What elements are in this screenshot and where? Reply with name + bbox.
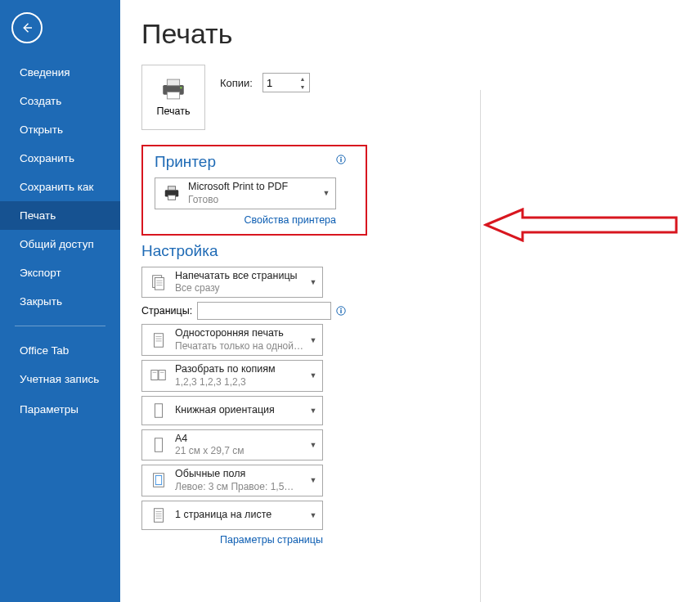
svg-point-5 [340, 157, 342, 159]
backstage-sidebar: Сведения Создать Открыть Сохранить Сохра… [0, 0, 120, 602]
back-button[interactable] [11, 12, 43, 43]
copies-spinbox[interactable]: ▲ ▼ [262, 73, 310, 92]
nav-item-open[interactable]: Открыть [0, 115, 120, 144]
nav-list: Сведения Создать Открыть Сохранить Сохра… [0, 58, 120, 424]
duplex-dropdown[interactable]: Односторонняя печать Печатать только на … [141, 324, 323, 356]
nav-item-save-as[interactable]: Сохранить как [0, 173, 120, 201]
printer-icon [159, 78, 187, 101]
paper-sub: 21 см x 29,7 см [175, 445, 307, 457]
main-panel: Печать Печать Копии: ▲ ▼ [120, 0, 700, 602]
print-scope-sub: Все сразу [175, 282, 307, 294]
collate-title: Разобрать по копиям [175, 363, 307, 376]
collate-dropdown[interactable]: Разобрать по копиям 1,2,3 1,2,3 1,2,3 ▼ [141, 360, 323, 392]
arrow-left-icon [20, 20, 34, 35]
svg-rect-30 [155, 509, 164, 523]
page-title: Печать [141, 18, 700, 50]
chevron-down-icon: ▼ [307, 407, 319, 415]
portrait-orientation-icon [146, 399, 172, 422]
nav-item-account[interactable]: Учетная запись [0, 365, 120, 395]
margins-title: Обычные поля [175, 468, 307, 481]
printer-info-icon[interactable] [336, 153, 346, 163]
nav-item-save[interactable]: Сохранить [0, 144, 120, 173]
settings-section: Настройка Напечатать все страницы Все ср… [141, 242, 346, 546]
svg-point-16 [340, 308, 342, 310]
copies-down[interactable]: ▼ [297, 83, 308, 91]
nav-item-export[interactable]: Экспорт [0, 258, 120, 287]
svg-rect-9 [168, 195, 175, 200]
print-button-label: Печать [157, 106, 191, 117]
printer-section-highlight: Принтер Microsoft Print to PDF Готово ▼ … [141, 145, 367, 236]
copies-up[interactable]: ▲ [297, 74, 308, 83]
margins-dropdown[interactable]: Обычные поля Левое: 3 см Правое: 1,5… ▼ [141, 465, 323, 496]
paper-size-dropdown[interactable]: A4 21 см x 29,7 см ▼ [141, 429, 323, 461]
nav-item-print[interactable]: Печать [0, 201, 120, 230]
chevron-down-icon: ▼ [307, 441, 319, 449]
vertical-separator [480, 90, 481, 602]
nav-separator [15, 326, 105, 326]
duplex-title: Односторонняя печать [175, 327, 307, 340]
paper-size-icon [146, 434, 172, 456]
nav-item-new[interactable]: Создать [0, 87, 120, 115]
nav-item-info[interactable]: Сведения [0, 58, 120, 87]
nav-item-options[interactable]: Параметры [0, 395, 120, 424]
paper-title: A4 [175, 433, 307, 446]
printer-section-title: Принтер [155, 153, 354, 171]
per-sheet-title: 1 страница на листе [175, 509, 307, 522]
settings-section-title: Настройка [141, 242, 346, 260]
svg-rect-22 [151, 371, 158, 380]
chevron-down-icon: ▼ [321, 189, 332, 197]
orientation-title: Книжная ориентация [175, 404, 307, 417]
printer-device-icon [159, 182, 185, 204]
page-setup-link[interactable]: Параметры страницы [141, 534, 323, 546]
svg-rect-2 [167, 92, 179, 99]
chevron-down-icon: ▼ [307, 336, 319, 344]
pages-label: Страницы: [141, 305, 192, 317]
printer-status: Готово [188, 194, 321, 206]
single-sided-icon [146, 329, 172, 352]
svg-rect-17 [340, 310, 341, 313]
chevron-down-icon: ▼ [307, 511, 319, 519]
pages-info-icon[interactable] [336, 306, 346, 316]
annotation-arrow-icon [483, 208, 680, 242]
printer-name: Microsoft Print to PDF [188, 181, 321, 194]
nav-item-share[interactable]: Общий доступ [0, 230, 120, 258]
svg-rect-23 [159, 371, 165, 380]
chevron-down-icon: ▼ [307, 278, 319, 286]
pages-per-sheet-dropdown[interactable]: 1 страница на листе ▼ [141, 501, 323, 530]
nav-item-office-tab[interactable]: Office Tab [0, 336, 120, 365]
printer-properties-link[interactable]: Свойства принтера [155, 214, 336, 226]
copies-label: Копии: [220, 77, 253, 89]
collate-sub: 1,2,3 1,2,3 1,2,3 [175, 376, 307, 389]
margins-sub: Левое: 3 см Правое: 1,5… [175, 481, 307, 493]
collate-icon [146, 364, 172, 387]
svg-point-3 [180, 87, 182, 88]
duplex-sub: Печатать только на одной… [175, 340, 307, 353]
pages-input[interactable] [197, 302, 331, 320]
orientation-dropdown[interactable]: Книжная ориентация ▼ [141, 396, 323, 425]
nav-item-close[interactable]: Закрыть [0, 287, 120, 316]
svg-rect-1 [167, 79, 179, 86]
print-button[interactable]: Печать [141, 65, 205, 130]
pages-stack-icon [146, 271, 172, 294]
svg-rect-26 [155, 403, 162, 417]
page-per-sheet-icon [146, 504, 172, 527]
margins-icon [146, 469, 172, 492]
svg-rect-11 [155, 277, 164, 290]
copies-input[interactable] [263, 77, 299, 89]
svg-rect-8 [168, 186, 175, 191]
print-scope-title: Напечатать все страницы [175, 270, 307, 283]
svg-rect-18 [155, 333, 164, 347]
print-scope-dropdown[interactable]: Напечатать все страницы Все сразу ▼ [141, 267, 323, 299]
printer-dropdown[interactable]: Microsoft Print to PDF Готово ▼ [155, 177, 336, 209]
chevron-down-icon: ▼ [307, 371, 319, 380]
svg-rect-6 [340, 159, 341, 162]
chevron-down-icon: ▼ [307, 476, 319, 484]
svg-rect-27 [155, 438, 162, 452]
